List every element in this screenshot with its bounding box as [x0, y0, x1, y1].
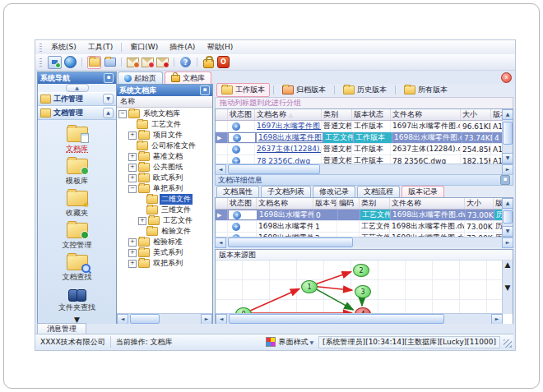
- tree-column-header[interactable]: 名称: [117, 96, 212, 108]
- tree-horizontal-scrollbar[interactable]: ◄►: [117, 313, 212, 324]
- col-category[interactable]: 类别: [360, 198, 390, 209]
- sidebar-item-favorites[interactable]: ★ 收藏夹: [66, 191, 88, 219]
- col-versionstatus[interactable]: 版本状态: [352, 109, 391, 120]
- folder-control-icon: [67, 223, 88, 238]
- graph-vertical-scrollbar[interactable]: ▲▼: [502, 261, 513, 314]
- tree-item[interactable]: +项目文件: [117, 130, 212, 141]
- graph-node[interactable]: 1: [301, 280, 318, 293]
- sidebar-item-template[interactable]: 模板库: [66, 159, 88, 187]
- sidebar-group-label: 工作管理: [53, 94, 83, 104]
- chevron-up-icon[interactable]: ▲: [103, 108, 114, 118]
- tree-item[interactable]: 三维文件: [117, 205, 212, 215]
- menubar-grip[interactable]: [39, 44, 42, 52]
- tree-item[interactable]: 工艺文件: [117, 119, 212, 130]
- col-size[interactable]: 大小: [461, 109, 491, 120]
- tree-item[interactable]: 检验文件: [117, 226, 212, 237]
- menu-system[interactable]: 系统(S): [45, 41, 82, 53]
- tree-item[interactable]: +公共图纸: [117, 162, 212, 173]
- col-docname[interactable]: 文档名称 △: [255, 109, 322, 120]
- col-filename[interactable]: 文件名称: [390, 198, 465, 209]
- sidebar-group-document[interactable]: 文档管理 ▲: [38, 106, 116, 120]
- graph-canvas[interactable]: 01234: [216, 261, 503, 314]
- col-docname[interactable]: 文档名称: [257, 198, 313, 209]
- col-size[interactable]: 大小: [465, 198, 494, 209]
- table-vertical-scrollbar[interactable]: ▲▼: [502, 198, 513, 237]
- sidebar-title-bar: 系统导航 ▪: [38, 72, 116, 84]
- sidebar-item-foldersearch[interactable]: 文件夹查找: [58, 287, 95, 313]
- sidebar-item-doccontrol[interactable]: 文控管理: [63, 223, 92, 251]
- chevron-down-icon[interactable]: ▼: [103, 94, 114, 104]
- col-statusicon[interactable]: 状态图: [228, 198, 257, 209]
- sidebar-item-doclib[interactable]: 文档库: [66, 127, 88, 154]
- toolbar-separator: [197, 58, 197, 67]
- table-row[interactable]: + 1698出水嘴零件图.dwg 1 工艺文件 1698出水嘴零件图.dwg 7…: [216, 221, 513, 233]
- col-statusicon[interactable]: 状态图: [228, 109, 255, 120]
- tab-subdoc-list[interactable]: 子文档列表: [261, 186, 311, 197]
- graph-node[interactable]: 2: [353, 264, 369, 277]
- tree-item[interactable]: 公司标准文件: [117, 141, 212, 151]
- folder-open-icon[interactable]: [87, 56, 101, 69]
- table-row-selected[interactable]: ▶ + 1698出水嘴零件图.dwg 工艺文件 工作版本 1698出水嘴零件图.…: [216, 132, 513, 144]
- pin-icon[interactable]: ▪: [200, 85, 210, 95]
- col-category[interactable]: 类别: [322, 109, 352, 120]
- col-filename[interactable]: 文件名称: [391, 109, 461, 120]
- tree-item[interactable]: +检验标准: [117, 237, 212, 247]
- table-row[interactable]: + 1697出水嘴零件图.dwg 普通文档 工作版本 1697出水嘴零件图.dw…: [216, 121, 513, 132]
- table-horizontal-scrollbar[interactable]: ◄►: [215, 164, 513, 174]
- mail-icon[interactable]: [127, 57, 139, 68]
- style-dropdown[interactable]: 界面样式▼: [261, 336, 318, 348]
- folder-grid-icon[interactable]: [104, 57, 116, 68]
- tab-modify-record[interactable]: 修改记录: [313, 186, 355, 197]
- close-icon[interactable]: x: [501, 72, 512, 83]
- sidebar-item-docsearch[interactable]: 文档查找: [63, 255, 92, 283]
- graph-horizontal-scrollbar[interactable]: ◄►: [216, 313, 503, 324]
- tree-item[interactable]: −系统文档库: [117, 108, 212, 119]
- archive-version-button[interactable]: 归档版本: [277, 83, 331, 97]
- tab-doc-flow[interactable]: 文档流程: [357, 186, 400, 197]
- menu-plugins[interactable]: 插件(A): [164, 41, 201, 53]
- lock-icon: [171, 75, 180, 82]
- table-row-selected[interactable]: ▶ + 1698出水嘴零件图.dwg 0 工艺文件 1698出水嘴零件图.dwg…: [216, 210, 513, 221]
- table-vertical-scrollbar[interactable]: ▲▼: [502, 109, 513, 164]
- col-code[interactable]: 编码: [337, 198, 360, 209]
- lock-icon[interactable]: [202, 57, 215, 68]
- detail-title-bar: 文档详细信息 ▪: [215, 174, 513, 186]
- chevron-down-icon[interactable]: ▼: [74, 316, 80, 324]
- message-tab-row: 消息管理: [35, 324, 515, 334]
- pin-icon[interactable]: ▪: [104, 73, 114, 83]
- menu-help[interactable]: 帮助(H): [201, 41, 239, 53]
- tree-item[interactable]: +美式系列: [117, 247, 212, 258]
- resize-grip[interactable]: [504, 339, 512, 348]
- chevron-up-icon[interactable]: ▲: [66, 84, 89, 92]
- menu-window[interactable]: 窗口(W): [124, 41, 164, 53]
- toolbar-grip[interactable]: [39, 58, 42, 67]
- sidebar-group-work[interactable]: 工作管理 ▼: [38, 92, 116, 106]
- tree-item[interactable]: +双把系列: [117, 258, 212, 269]
- work-version-button[interactable]: 工作版本: [216, 83, 270, 97]
- tree-item[interactable]: +欧式系列: [117, 173, 212, 183]
- tab-message-management[interactable]: 消息管理: [37, 323, 86, 334]
- history-version-button[interactable]: 历史版本: [338, 83, 392, 97]
- pin-icon[interactable]: ▪: [500, 175, 510, 185]
- graph-node[interactable]: 3: [355, 285, 371, 298]
- tab-startpage[interactable]: 起始页: [118, 71, 163, 84]
- tab-doc-properties[interactable]: 文档属性: [216, 186, 259, 197]
- tree-item[interactable]: +工艺文件: [117, 215, 212, 226]
- menu-tools[interactable]: 工具(T): [82, 41, 119, 53]
- tab-doclib[interactable]: 文档库: [165, 71, 211, 84]
- globe-icon[interactable]: [64, 57, 77, 68]
- table-row[interactable]: + 2637主体(12284).dwg 普通文档 工作版本 2637主体(122…: [216, 144, 513, 155]
- mail-forward-icon[interactable]: [142, 57, 154, 68]
- table-horizontal-scrollbar[interactable]: ◄►: [215, 237, 513, 247]
- sidebar-items: 文档库 模板库 ★ 收藏夹 文控管理 文档查找: [38, 120, 116, 315]
- all-version-button[interactable]: 所有版本: [399, 83, 452, 97]
- col-version[interactable]: 版本号: [313, 198, 337, 209]
- tree-item-selected[interactable]: 二维文件: [117, 194, 212, 205]
- tree-item[interactable]: −单把系列: [117, 183, 212, 194]
- tab-version-record[interactable]: 版本记录: [401, 186, 444, 197]
- monitor-icon[interactable]: [48, 56, 62, 69]
- exit-icon[interactable]: O: [217, 57, 230, 68]
- mail-close-icon[interactable]: [156, 57, 169, 68]
- tree-item[interactable]: +基准文档: [117, 151, 212, 162]
- help-icon[interactable]: ?: [179, 57, 192, 68]
